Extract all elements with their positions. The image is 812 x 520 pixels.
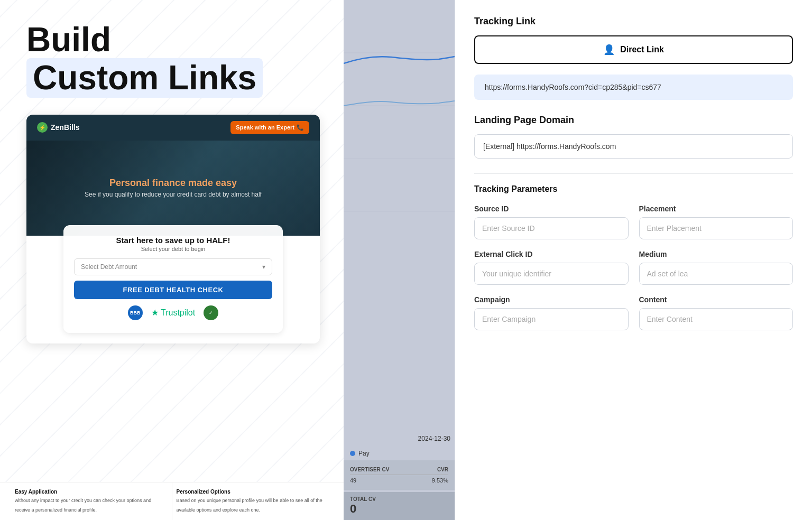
preview-hero-image: Personal finance made easy See if you qu… [26,141,320,236]
phone-icon: 📞 [297,124,304,131]
table-row-col1: 49 [350,477,356,484]
form-headline: Start here to save up to HALF! [74,236,272,245]
source-id-label: Source ID [474,205,629,213]
external-click-field-wrapper: External Click ID [474,250,629,285]
speak-expert-button[interactable]: Speak with an Expert 📞 [230,121,309,134]
logo-text: ZenBills [51,123,79,132]
form-subtext: Select your debt to begin [74,246,272,252]
trust-badges: BBB ★ Trustpilot ✓ [74,305,272,322]
legend-dot [350,451,355,456]
direct-link-button[interactable]: 👤 Direct Link [474,35,793,64]
bbb-badge: BBB [128,305,143,320]
chart-date: 2024-12-30 [344,431,455,447]
table-col1-header: OVERTISER CV [350,467,389,472]
preview-header: ⚡ ZenBills Speak with an Expert 📞 [26,115,320,141]
hero-headline-highlight: made easy [188,178,237,188]
medium-label: Medium [639,250,793,258]
external-click-input[interactable] [474,263,629,285]
debt-select[interactable]: Select Debt Amount ▾ [74,258,272,275]
url-value: https://forms.HandyRoofs.com?cid=cp285&p… [485,83,661,91]
feature-text-1: Based on you unique personal profile you… [177,498,322,513]
field-group-3: Campaign Content [474,295,793,330]
chart-bottom: 2024-12-30 Pay OVERTISER CV CVR 49 9.53%… [344,431,455,520]
feature-easy-application: Easy Application without any impact to y… [11,482,172,520]
landing-page-value: [External] https://forms.HandyRoofs.com [483,142,616,151]
table-header: OVERTISER CV CVR [350,465,448,475]
direct-link-label: Direct Link [620,45,664,54]
external-click-label: External Click ID [474,250,629,258]
content-label: Content [639,295,793,304]
source-id-field-wrapper: Source ID [474,205,629,239]
hero-title: Build Custom Links [26,21,317,98]
feature-personalized-options: Personalized Options Based on you unique… [172,482,334,520]
content-input[interactable] [639,308,793,330]
content-field-wrapper: Content [639,295,793,330]
field-group-1: Source ID Placement [474,205,793,239]
feature-label-1: Personalized Options [177,489,329,495]
placement-label: Placement [639,205,793,213]
landing-page-title: Landing Page Domain [474,115,793,126]
features-strip: Easy Application without any impact to y… [0,482,344,520]
chart-legend: Pay [344,447,455,460]
preview-form-wrapper: Start here to save up to HALF! Select yo… [26,225,320,343]
table-strip: OVERTISER CV CVR 49 9.53% [344,460,455,490]
tracking-link-title: Tracking Link [474,16,793,27]
person-icon: 👤 [603,44,615,55]
legend-label: Pay [358,450,370,457]
table-col2-header: CVR [437,467,448,472]
total-cv-label: TOTAL CV [350,496,448,502]
hero-text: Personal finance made easy See if you qu… [85,178,262,198]
trustpilot-badge: ★ Trustpilot [151,308,195,318]
preview-card: ⚡ ZenBills Speak with an Expert 📞 Person… [26,115,320,343]
medium-field-wrapper: Medium [639,250,793,285]
divider [474,173,793,174]
feature-text-0: without any impact to your credit you ca… [15,498,151,513]
source-id-input[interactable] [474,217,629,239]
url-display: https://forms.HandyRoofs.com?cid=cp285&p… [474,75,793,100]
field-group-2: External Click ID Medium [474,250,793,285]
svg-rect-0 [344,0,455,275]
placement-field-wrapper: Placement [639,205,793,239]
campaign-label: Campaign [474,295,629,304]
middle-panel: 2024-12-30 Pay OVERTISER CV CVR 49 9.53%… [344,0,455,520]
hero-title-line2: Custom Links [26,58,263,97]
chevron-down-icon: ▾ [262,263,265,271]
cert-label: ✓ [209,310,213,315]
right-panel: Tracking Link 👤 Direct Link https://form… [455,0,812,520]
logo-icon: ⚡ [37,122,48,133]
campaign-field-wrapper: Campaign [474,295,629,330]
preview-logo: ⚡ ZenBills [37,122,79,133]
table-row-col2: 9.53% [432,477,448,484]
total-cv-value: 0 [350,502,448,516]
bbb-label: BBB [130,310,141,315]
preview-form: Start here to save up to HALF! Select yo… [63,225,283,333]
hero-title-line1: Build [26,21,111,59]
hero-subtext: See if you qualify to reduce your credit… [85,191,262,198]
chart-svg [344,0,455,275]
date-label: 2024-12-30 [418,435,450,442]
campaign-input[interactable] [474,308,629,330]
cert-badge: ✓ [204,305,218,320]
medium-input[interactable] [639,263,793,285]
feature-label-0: Easy Application [15,489,168,495]
tracking-params-title: Tracking Parameters [474,184,793,194]
cta-button[interactable]: FREE DEBT HEALTH CHECK [74,281,272,299]
landing-page-display: [External] https://forms.HandyRoofs.com [474,134,793,159]
left-panel: Build Custom Links ⚡ ZenBills Speak with… [0,0,344,520]
cta-label: FREE DEBT HEALTH CHECK [123,286,224,294]
select-placeholder: Select Debt Amount [81,263,137,271]
speak-expert-label: Speak with an Expert [236,124,294,131]
total-cv-section: TOTAL CV 0 [344,492,455,520]
table-data-row: 49 9.53% [350,475,448,486]
placement-input[interactable] [639,217,793,239]
chart-area [344,0,455,275]
hero-headline: Personal finance [109,178,188,188]
